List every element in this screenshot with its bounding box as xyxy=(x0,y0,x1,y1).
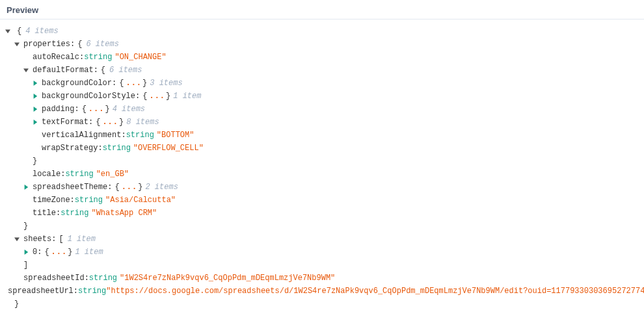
item-count: 1 item xyxy=(75,248,103,256)
chevron-right-icon[interactable] xyxy=(31,105,39,113)
root-close: } xyxy=(0,298,644,311)
chevron-down-icon[interactable] xyxy=(13,235,21,243)
type-label: string xyxy=(89,274,117,282)
value-string: "1W2S4re7zNaPk9vqv6_CqOpPdm_mDEqmLmzjVe7… xyxy=(120,274,335,282)
type-label: string xyxy=(84,53,112,61)
close-brace: } xyxy=(33,157,37,165)
type-label: string xyxy=(126,131,154,139)
key-label: wrapStrategy xyxy=(42,144,98,152)
svg-marker-5 xyxy=(34,107,38,112)
key-label: 0 xyxy=(33,248,37,256)
properties-close: } xyxy=(0,220,644,233)
open-brace: { xyxy=(119,79,124,87)
close-brace: } xyxy=(23,222,28,230)
ellipsis-icon: ... xyxy=(51,248,68,256)
key-label: textFormat xyxy=(42,118,88,126)
chevron-down-icon[interactable] xyxy=(13,40,21,48)
type-label: string xyxy=(103,144,131,152)
colon: : xyxy=(79,53,84,61)
open-brace: { xyxy=(142,92,147,100)
close-bracket: ] xyxy=(23,261,28,269)
spreadsheettheme-row[interactable]: spreadsheetTheme : { ... } 2 items xyxy=(0,181,644,194)
colon: : xyxy=(37,248,42,256)
key-label: padding xyxy=(42,105,74,113)
colon: : xyxy=(60,170,65,178)
ellipsis-icon: ... xyxy=(88,105,105,113)
properties-row[interactable]: properties : { 6 items xyxy=(0,38,644,51)
close-brace: } xyxy=(166,92,170,100)
root-row[interactable]: { 4 items xyxy=(0,25,644,38)
key-label: defaultFormat xyxy=(33,66,94,74)
key-label: locale xyxy=(33,170,60,178)
key-label: spreadsheetTheme xyxy=(33,183,107,191)
sheets-row[interactable]: sheets : [ 1 item xyxy=(0,233,644,246)
sheets-close: ] xyxy=(0,259,644,272)
colon: : xyxy=(70,40,75,48)
timezone-row[interactable]: timeZone : string "Asia/Calcutta" xyxy=(0,194,644,207)
chevron-right-icon[interactable] xyxy=(22,248,30,256)
type-label: string xyxy=(60,209,88,217)
open-brace: { xyxy=(77,40,82,48)
preview-header: Preview xyxy=(0,0,644,19)
item-count: 4 items xyxy=(113,105,145,113)
type-label: string xyxy=(65,170,93,178)
item-count: 3 items xyxy=(150,79,182,87)
backgroundcolorstyle-row[interactable]: backgroundColorStyle : { ... } 1 item xyxy=(0,90,644,103)
item-count: 2 items xyxy=(145,183,178,191)
chevron-right-icon[interactable] xyxy=(22,183,30,191)
item-count: 1 item xyxy=(173,92,201,100)
value-string: "WhatsApp CRM" xyxy=(91,209,157,217)
sheets-0-row[interactable]: 0 : { ... } 1 item xyxy=(0,246,644,259)
backgroundcolor-row[interactable]: backgroundColor : { ... } 3 items xyxy=(0,77,644,90)
item-count: 4 items xyxy=(25,27,58,35)
chevron-right-icon[interactable] xyxy=(31,79,39,87)
type-label: string xyxy=(78,287,106,295)
locale-row[interactable]: locale : string "en_GB" xyxy=(0,168,644,181)
open-brace: { xyxy=(101,66,105,74)
chevron-right-icon[interactable] xyxy=(31,118,39,126)
item-count: 6 items xyxy=(86,40,118,48)
open-brace: { xyxy=(82,105,87,113)
close-brace: } xyxy=(142,79,147,87)
key-label: backgroundColorStyle xyxy=(42,92,135,100)
open-brace: { xyxy=(17,27,21,35)
colon: : xyxy=(70,196,75,204)
spreadsheetid-row[interactable]: spreadsheetId : string "1W2S4re7zNaPk9vq… xyxy=(0,272,644,285)
padding-row[interactable]: padding : { ... } 4 items xyxy=(0,103,644,116)
colon: : xyxy=(85,274,89,282)
title-row[interactable]: title : string "WhatsApp CRM" xyxy=(0,207,644,220)
open-brace: { xyxy=(114,183,119,191)
ellipsis-icon: ... xyxy=(126,79,142,87)
defaultformat-row[interactable]: defaultFormat : { 6 items xyxy=(0,64,644,77)
colon: : xyxy=(98,144,102,152)
chevron-down-icon[interactable] xyxy=(22,66,30,74)
wrapstrategy-row[interactable]: wrapStrategy : string "OVERFLOW_CELL" xyxy=(0,142,644,155)
spreadsheeturl-row[interactable]: spreadsheetUrl : string "https://docs.go… xyxy=(0,285,644,298)
key-label: title xyxy=(33,209,56,217)
colon: : xyxy=(56,209,60,217)
key-label: backgroundColor xyxy=(42,79,112,87)
key-label: properties xyxy=(23,40,70,48)
svg-marker-4 xyxy=(34,94,38,99)
close-brace: } xyxy=(14,300,19,308)
verticalalignment-row[interactable]: verticalAlignment : string "BOTTOM" xyxy=(0,129,644,142)
svg-marker-3 xyxy=(34,81,38,86)
item-count: 1 item xyxy=(68,235,96,243)
value-string: "ON_CHANGE" xyxy=(114,53,166,61)
colon: : xyxy=(74,105,79,113)
key-label: spreadsheetUrl xyxy=(8,287,74,295)
ellipsis-icon: ... xyxy=(122,183,138,191)
colon: : xyxy=(107,183,112,191)
autorecalc-row[interactable]: autoRecalc : string "ON_CHANGE" xyxy=(0,51,644,64)
textformat-row[interactable]: textFormat : { ... } 8 items xyxy=(0,116,644,129)
ellipsis-icon: ... xyxy=(149,92,165,100)
colon: : xyxy=(94,66,98,74)
chevron-right-icon[interactable] xyxy=(31,92,39,100)
close-brace: } xyxy=(105,105,109,113)
json-tree: { 4 items properties : { 6 items autoRec… xyxy=(0,19,644,316)
chevron-down-icon[interactable] xyxy=(4,27,12,35)
key-label: spreadsheetId xyxy=(23,274,85,282)
value-string: "en_GB" xyxy=(96,170,129,178)
key-label: verticalAlignment xyxy=(42,131,121,139)
value-string: "https://docs.google.com/spreadsheets/d/… xyxy=(106,287,644,295)
